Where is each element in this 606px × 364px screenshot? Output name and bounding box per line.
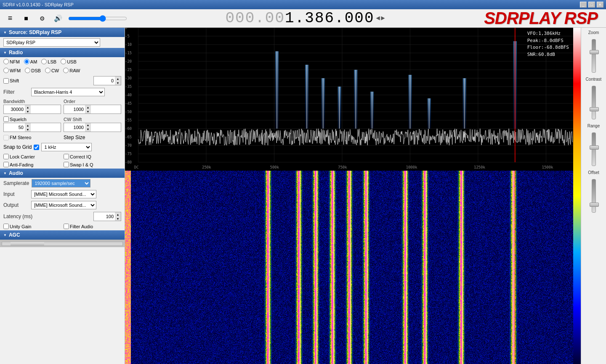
cwshift-down-btn[interactable]: ▼ — [85, 127, 91, 132]
mode-am[interactable]: AM — [24, 59, 37, 64]
freq-arrows[interactable]: ◄► — [376, 15, 386, 22]
range-label: Range — [587, 124, 600, 128]
source-device-row: SDRplay RSP — [0, 37, 125, 48]
mode-raw[interactable]: RAW — [63, 68, 80, 73]
order-down-btn[interactable]: ▼ — [85, 109, 91, 113]
mode-lsb[interactable]: LSB — [41, 59, 56, 64]
cw-shift-input[interactable] — [64, 124, 85, 130]
audio-section-header[interactable]: ▼ Audio — [0, 169, 125, 178]
correct-iq-text: Correct IQ — [70, 154, 91, 159]
radio-section-header[interactable]: ▼ Radio — [0, 48, 125, 57]
squelch-checkbox-label[interactable]: Squelch — [3, 116, 61, 122]
bottom-scrollbar — [0, 240, 125, 247]
bandwidth-up-btn[interactable]: ▲ — [25, 105, 31, 109]
unity-gain-checkbox[interactable] — [3, 224, 9, 229]
latency-input[interactable] — [94, 214, 115, 219]
usb-label: USB — [67, 59, 77, 64]
mode-wfm[interactable]: WFM — [3, 68, 21, 73]
source-section-header[interactable]: ▼ Source: SDRplay RSP — [0, 28, 125, 37]
close-button[interactable]: ✕ — [597, 2, 603, 8]
filter-select[interactable]: Blackman-Harris 4 Hann Hamming — [31, 88, 105, 96]
shift-spinners: ▲ ▼ — [115, 76, 121, 85]
squelch-input[interactable] — [4, 124, 25, 130]
stepsize-col: Step Size — [64, 135, 121, 140]
mode-cw[interactable]: CW — [45, 68, 59, 73]
volume-slider[interactable] — [68, 15, 127, 22]
unity-gain-col: Unity Gain — [3, 224, 61, 229]
swap-iq-label[interactable]: Swap I & Q — [64, 162, 121, 167]
bandwidth-down-btn[interactable]: ▼ — [25, 109, 31, 113]
hamburger-button[interactable]: ≡ — [4, 13, 16, 24]
shift-up-btn[interactable]: ▲ — [115, 76, 121, 81]
titlebar: SDR# v1.0.0.1430 - SDRplay RSP _ □ ✕ — [0, 0, 606, 9]
fmstereo-stepsize-row: FM Stereo Step Size — [0, 133, 125, 142]
snap-row: Snap to Grid 1 kHz 5 kHz 10 kHz — [0, 142, 125, 153]
squelch-up-btn[interactable]: ▲ — [25, 123, 31, 127]
maximize-button[interactable]: □ — [588, 2, 595, 8]
filter-audio-col: Filter Audio — [64, 224, 121, 229]
mode-usb[interactable]: USB — [61, 59, 77, 64]
squelch-checkbox[interactable] — [3, 116, 9, 122]
range-thumb[interactable] — [590, 145, 599, 150]
mode-dsb[interactable]: DSB — [25, 68, 41, 73]
source-device-select[interactable]: SDRplay RSP — [3, 38, 100, 47]
swap-iq-checkbox[interactable] — [64, 162, 69, 167]
anti-fading-label[interactable]: Anti-Fading — [3, 162, 61, 167]
contrast-thumb[interactable] — [590, 107, 599, 111]
zoom-thumb[interactable] — [590, 50, 599, 54]
offset-thumb[interactable] — [590, 203, 599, 207]
volume-button[interactable]: 🔊 — [52, 13, 64, 24]
audio-output-select[interactable]: [MME] Microsoft Sound... — [31, 201, 96, 209]
fm-stereo-label[interactable]: FM Stereo — [3, 135, 61, 140]
order-input[interactable] — [64, 106, 85, 112]
sdrplay-logo: SDRPLAY RSP — [484, 9, 598, 28]
latency-spinners: ▲ ▼ — [115, 212, 121, 221]
snap-checkbox[interactable] — [34, 145, 39, 150]
filter-audio-label[interactable]: Filter Audio — [64, 224, 121, 229]
h-scroll-track[interactable] — [2, 242, 123, 246]
stop-button[interactable]: ■ — [20, 13, 32, 24]
lock-carrier-label[interactable]: Lock Carrier — [3, 154, 61, 159]
samplerate-select[interactable]: 192000 sample/sec 96000 sample/sec — [32, 179, 90, 187]
freq-dim: 000.00 — [225, 10, 285, 27]
shift-input[interactable] — [94, 78, 115, 84]
minimize-button[interactable]: _ — [580, 2, 587, 8]
shift-checkbox-label[interactable]: Shift — [3, 78, 19, 84]
latency-up-btn[interactable]: ▲ — [115, 212, 121, 216]
squelch-down-btn[interactable]: ▼ — [25, 127, 31, 132]
bandwidth-input[interactable] — [4, 106, 25, 112]
order-up-btn[interactable]: ▲ — [85, 105, 91, 109]
fm-stereo-checkbox[interactable] — [3, 135, 9, 140]
settings-button[interactable]: ⚙ — [36, 13, 48, 24]
right-panel: VFO:1,386kHz Peak:-8.0dBFS Floor:-68.8dB… — [125, 28, 573, 364]
bandwidth-col: Bandwidth ▲ ▼ — [3, 99, 61, 114]
wfm-label: WFM — [10, 68, 21, 73]
snap-select[interactable]: 1 kHz 5 kHz 10 kHz — [41, 143, 92, 151]
raw-label: RAW — [69, 68, 80, 73]
correct-iq-checkbox[interactable] — [64, 154, 69, 159]
order-col: Order ▲ ▼ — [64, 99, 121, 114]
correctiq-col: Correct IQ — [64, 154, 121, 159]
audio-input-select[interactable]: [MME] Microsoft Sound... — [31, 190, 96, 198]
latency-down-btn[interactable]: ▼ — [115, 216, 121, 221]
filter-audio-checkbox[interactable] — [64, 224, 69, 229]
audio-triangle-icon: ▼ — [3, 171, 7, 175]
unity-gain-text: Unity Gain — [10, 224, 31, 229]
filter-audio-text: Filter Audio — [70, 224, 93, 229]
unity-gain-label[interactable]: Unity Gain — [3, 224, 61, 229]
zoom-track — [592, 39, 596, 73]
shift-down-btn[interactable]: ▼ — [115, 81, 121, 85]
bandwidth-order-row: Bandwidth ▲ ▼ Order ▲ ▼ — [0, 98, 125, 115]
fmstereo-col: FM Stereo — [3, 135, 61, 140]
anti-fading-checkbox[interactable] — [3, 162, 9, 167]
agc-section-header[interactable]: ▼ AGC — [0, 230, 125, 240]
bandwidth-spinners: ▲ ▼ — [25, 105, 31, 113]
waterfall-area — [125, 171, 573, 364]
lock-carrier-checkbox[interactable] — [3, 154, 9, 159]
mode-nfm[interactable]: NFM — [3, 59, 20, 64]
samplerate-row: Samplerate 192000 sample/sec 96000 sampl… — [0, 178, 125, 189]
cwshift-up-btn[interactable]: ▲ — [85, 123, 91, 127]
spectrum-area: VFO:1,386kHz Peak:-8.0dBFS Floor:-68.8dB… — [125, 28, 573, 171]
correct-iq-label[interactable]: Correct IQ — [64, 154, 121, 159]
shift-checkbox[interactable] — [3, 78, 9, 84]
